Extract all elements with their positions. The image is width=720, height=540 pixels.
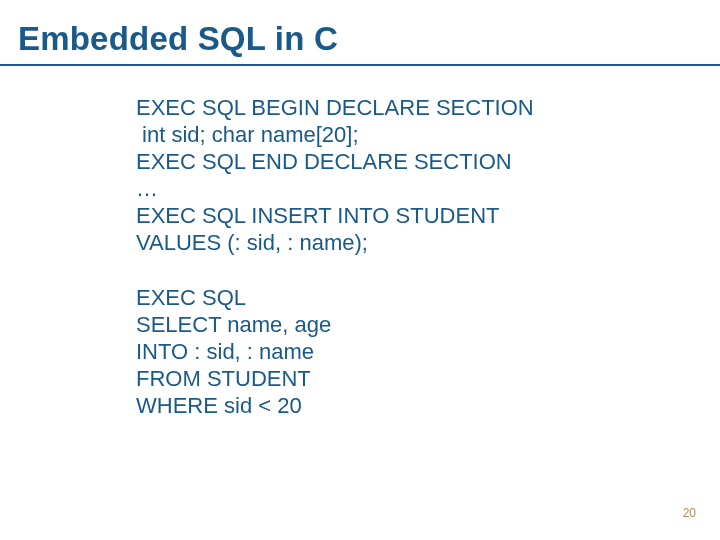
code-line: FROM STUDENT	[136, 365, 720, 392]
code-line: SELECT name, age	[136, 311, 720, 338]
code-line: VALUES (: sid, : name);	[136, 229, 720, 256]
code-line: int sid; char name[20];	[136, 121, 720, 148]
slide-title: Embedded SQL in C	[0, 0, 720, 64]
code-line: INTO : sid, : name	[136, 338, 720, 365]
code-line: EXEC SQL INSERT INTO STUDENT	[136, 202, 720, 229]
code-line: WHERE sid < 20	[136, 392, 720, 419]
code-line: EXEC SQL BEGIN DECLARE SECTION	[136, 94, 720, 121]
code-block-declare: EXEC SQL BEGIN DECLARE SECTION int sid; …	[136, 94, 720, 256]
code-line: …	[136, 175, 720, 202]
page-number: 20	[683, 506, 696, 520]
code-line: EXEC SQL END DECLARE SECTION	[136, 148, 720, 175]
code-block-select: EXEC SQL SELECT name, age INTO : sid, : …	[136, 284, 720, 419]
title-underline	[0, 64, 720, 66]
code-line: EXEC SQL	[136, 284, 720, 311]
